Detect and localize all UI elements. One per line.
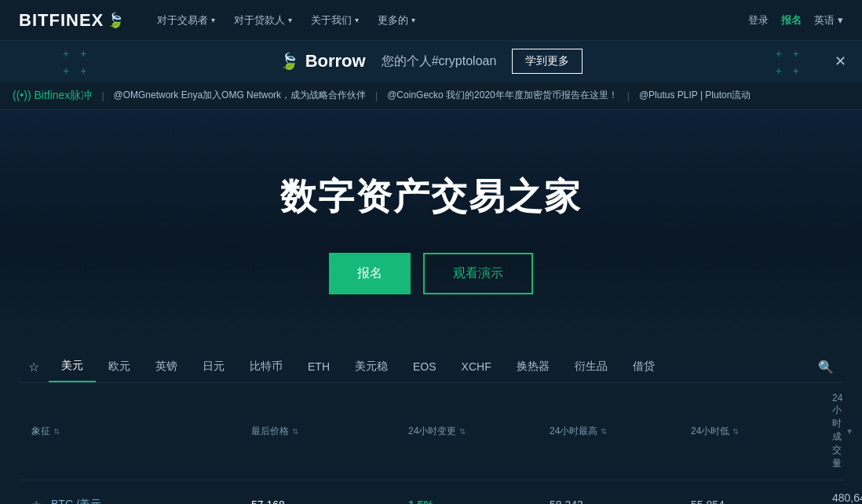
banner-content: 🍃 Borrow 您的个人#cryptoloan 学到更多 [279,49,583,74]
tab-derivatives[interactable]: 衍生品 [562,352,620,382]
ticker-item: @CoinGecko 我们的2020年年度加密货币报告在这里！ [387,89,618,102]
nav-more[interactable]: 更多的 ▾ [370,9,423,32]
sort-icon[interactable]: ⇅ [459,427,466,436]
sort-icon[interactable]: ▼ [846,427,853,436]
col-low: 24小时低 ⇅ [691,393,832,470]
tab-btc[interactable]: 比特币 [237,352,295,382]
logo-text: BITFINEX [19,10,104,31]
market-table: 象征 ⇅ 最后价格 ⇅ 24小时变更 ⇅ 24小时最高 ⇅ 24小时低 ⇅ 24… [19,383,843,504]
cell-symbol: ☆ BTC /美元 [31,498,251,504]
tab-lending[interactable]: 借贷 [620,352,667,382]
cell-volume: 480,646,215美元 [832,491,862,504]
cell-high: 58,343 [550,499,691,504]
tab-usdt[interactable]: 美元稳 [342,352,400,382]
tab-eos[interactable]: EOS [400,352,449,381]
tab-jpy[interactable]: 日元 [190,352,237,382]
tab-gbp[interactable]: 英镑 [143,352,190,382]
favorite-star-icon[interactable]: ☆ [31,499,42,504]
favorites-star-icon[interactable]: ☆ [19,352,49,382]
sort-icon[interactable]: ⇅ [53,427,60,436]
ticker-item: @Plutus PLIP | Pluton流动 [639,89,751,102]
chevron-down-icon: ▾ [838,14,843,26]
search-icon[interactable]: 🔍 [809,352,843,382]
ticker-pulse-label: ((•)) Bitfinex脉冲 [13,89,92,103]
demo-button[interactable]: 观看演示 [423,253,533,294]
banner-decoration-right: ++ ++ [776,47,799,77]
close-icon[interactable]: ✕ [835,53,846,70]
chevron-down-icon: ▾ [355,16,359,24]
nav-about[interactable]: 关于我们 ▾ [303,9,367,32]
col-symbol: 象征 ⇅ [31,393,251,470]
logo-icon: 🍃 [107,12,124,29]
tab-xchf[interactable]: XCHF [449,352,504,381]
col-price: 最后价格 ⇅ [251,393,408,470]
hero-section: 数字资产交易之家 报名 观看演示 [0,110,862,341]
market-tabs: ☆ 美元 欧元 英镑 日元 比特币 ETH 美元稳 EOS XCHF 换热器 [19,341,843,383]
hero-title: 数字资产交易之家 [19,173,843,221]
nav-links: 对于交易者 ▾ 对于贷款人 ▾ 关于我们 ▾ 更多的 ▾ [149,9,748,32]
symbol-text[interactable]: BTC /美元 [51,498,101,504]
nav-lenders[interactable]: 对于贷款人 ▾ [226,9,300,32]
market-section: ☆ 美元 欧元 英镑 日元 比特币 ETH 美元稳 EOS XCHF 换热器 [0,341,862,504]
promo-banner: ++ ++ ++ ++ 🍃 Borrow 您的个人#cryptoloan 学到更… [0,41,862,82]
table-header: 象征 ⇅ 最后价格 ⇅ 24小时变更 ⇅ 24小时最高 ⇅ 24小时低 ⇅ 24… [19,383,843,480]
cell-low: 55,854 [691,499,832,504]
tab-eur[interactable]: 欧元 [96,352,143,382]
col-change: 24小时变更 ⇅ [408,393,550,470]
login-button[interactable]: 登录 [748,13,769,27]
chevron-down-icon: ▾ [211,16,215,24]
sort-icon[interactable]: ⇅ [732,427,739,436]
tab-eth[interactable]: ETH [295,352,342,381]
ticker-item: @OMGnetwork Enya加入OMG Network，成为战略合作伙伴 [114,89,367,102]
cell-change: 1.5% [408,499,550,504]
tab-usd[interactable]: 美元 [49,351,96,382]
banner-slogan: 您的个人#cryptoloan [382,53,497,70]
chevron-down-icon: ▾ [411,16,415,24]
col-high: 24小时最高 ⇅ [550,393,691,470]
signup-cta-button[interactable]: 报名 [329,253,411,294]
language-selector[interactable]: 英语 ▾ [814,13,843,27]
logo[interactable]: BITFINEX 🍃 [19,10,124,31]
col-volume: 24小时成交量 ▼ [832,393,853,470]
table-row: ☆ BTC /美元 57,168 1.5% 58,343 55,854 480,… [19,480,843,504]
chevron-down-icon: ▾ [288,16,292,24]
sort-icon[interactable]: ⇅ [292,427,298,436]
signup-button[interactable]: 报名 [781,13,802,27]
banner-decoration-left: ++ ++ [63,47,86,77]
banner-borrow-label: 🍃 Borrow [279,51,366,71]
nav-right: 登录 报名 英语 ▾ [748,13,843,27]
tab-exchanger[interactable]: 换热器 [504,352,562,382]
cell-price: 57,168 [251,499,408,504]
sort-icon[interactable]: ⇅ [601,427,607,436]
hero-buttons: 报名 观看演示 [19,253,843,294]
nav-traders[interactable]: 对于交易者 ▾ [149,9,223,32]
learn-more-button[interactable]: 学到更多 [512,49,583,74]
news-ticker: ((•)) Bitfinex脉冲 | @OMGnetwork Enya加入OMG… [0,82,862,110]
borrow-icon: 🍃 [279,52,299,71]
navbar: BITFINEX 🍃 对于交易者 ▾ 对于贷款人 ▾ 关于我们 ▾ 更多的 ▾ … [0,0,862,41]
